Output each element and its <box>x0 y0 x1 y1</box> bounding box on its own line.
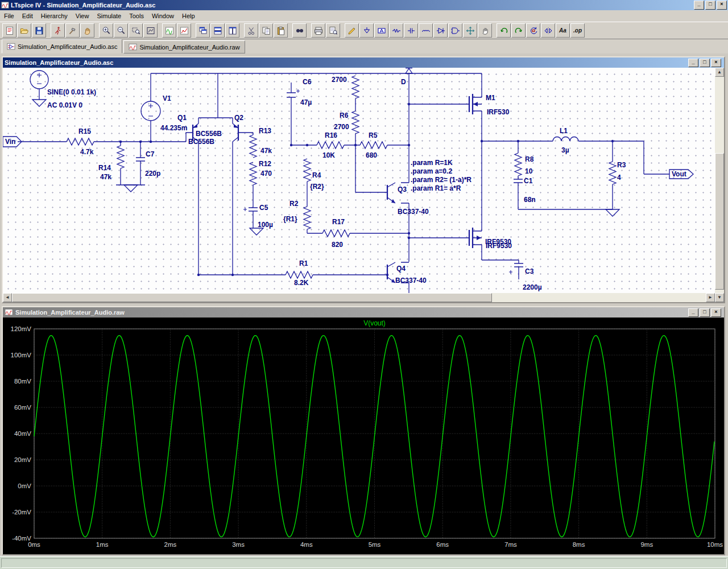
main-title-bar[interactable]: LTspice IV - Simulation_Amplificateur_Au… <box>0 0 728 10</box>
schematic-label: R3 <box>617 161 626 169</box>
zoom-full-button[interactable] <box>143 23 158 38</box>
status-bar <box>0 556 728 569</box>
schematic-label: C1 <box>524 177 533 185</box>
schematic-vertical-scrollbar[interactable]: ▲ ▼ <box>715 68 724 302</box>
schematic-label: .param R1= a*R <box>411 184 461 192</box>
redo-button[interactable] <box>511 23 526 38</box>
autorange-button[interactable] <box>162 23 176 38</box>
tile-horizontal-button[interactable] <box>210 23 225 38</box>
schematic-label: 470 <box>260 170 272 178</box>
schematic-label: R15 <box>78 127 91 135</box>
schematic-label: R8 <box>525 155 534 163</box>
schematic-restore-button[interactable]: □ <box>700 59 710 67</box>
tab-schematic[interactable]: Simulation_Amplificateur_Audio.asc <box>2 39 122 53</box>
new-schematic-button[interactable] <box>2 23 16 38</box>
text-button[interactable]: Aa <box>556 23 570 38</box>
schematic-label: 47µ <box>300 98 312 106</box>
halt-button[interactable] <box>80 23 94 38</box>
tile-vertical-button[interactable] <box>225 23 239 38</box>
schematic-label: 680 <box>366 151 377 159</box>
waveform-window-title: Simulation_Amplificateur_Audio.raw <box>15 309 125 316</box>
menu-file[interactable]: File <box>0 11 18 21</box>
menu-edit[interactable]: Edit <box>18 11 37 21</box>
inductor-button[interactable] <box>419 23 433 38</box>
schematic-horizontal-scrollbar[interactable]: ◄ ► <box>3 293 715 302</box>
wire-button[interactable] <box>345 23 359 38</box>
zoom-out-button[interactable] <box>114 23 128 38</box>
cascade-windows-button[interactable] <box>196 23 210 38</box>
component-icon <box>451 26 460 35</box>
waveform-close-button[interactable]: × <box>711 308 721 317</box>
copy-button[interactable] <box>259 23 273 38</box>
waveform-restore-button[interactable]: □ <box>700 308 710 317</box>
move-button[interactable] <box>463 23 477 38</box>
label-net-button[interactable] <box>374 23 388 38</box>
undo-button[interactable] <box>497 23 511 38</box>
mirror-button[interactable] <box>541 23 555 38</box>
y-tick-label: 20mV <box>14 456 31 463</box>
y-tick-label: 100mV <box>11 352 32 358</box>
schematic-label: R5 <box>369 131 378 139</box>
schematic-label: 820 <box>332 241 343 249</box>
trace-title[interactable]: V(vout) <box>363 319 386 327</box>
find-icon <box>295 26 304 35</box>
paste-button[interactable] <box>274 23 288 38</box>
schematic-label: 68n <box>524 196 536 204</box>
maximize-button[interactable]: □ <box>705 1 715 10</box>
schematic-close-button[interactable]: × <box>711 59 721 67</box>
tab-waveform[interactable]: Simulation_Amplificateur_Audio.raw <box>123 40 245 53</box>
menu-view[interactable]: View <box>72 11 93 21</box>
x-tick-label: 10ms <box>707 541 723 548</box>
schematic-window: Simulation_Amplificateur_Audio.asc _ □ × <box>2 56 725 303</box>
waveform-plot-area[interactable]: 120mV100mV80mV60mV40mV20mV0mV-20mV-40mV0… <box>3 318 724 554</box>
waveform-title-bar[interactable]: Simulation_Amplificateur_Audio.raw _ □ × <box>3 307 724 318</box>
open-button[interactable] <box>17 23 31 38</box>
scroll-up-button[interactable]: ▲ <box>715 68 724 77</box>
zoom-area-button[interactable] <box>129 23 143 38</box>
waveform-window: Simulation_Amplificateur_Audio.raw _ □ ×… <box>2 306 725 555</box>
zoom-in-button[interactable] <box>99 23 113 38</box>
menu-simulate[interactable]: Simulate <box>93 11 125 21</box>
schematic-minimize-button[interactable]: _ <box>688 59 698 67</box>
minimize-button[interactable]: _ <box>694 1 704 10</box>
waveform-file-icon <box>5 308 13 316</box>
tile-horizontal-icon <box>213 26 222 35</box>
window-title: LTspice IV - Simulation_Amplificateur_Au… <box>11 2 155 9</box>
mark-data-button[interactable] <box>177 23 191 38</box>
control-panel-button[interactable] <box>65 23 80 38</box>
diode-icon <box>436 26 445 35</box>
run-button[interactable] <box>51 23 65 38</box>
y-tick-label: 0mV <box>18 483 31 489</box>
schematic-label: R6 <box>340 112 349 119</box>
drag-button[interactable] <box>478 23 492 38</box>
schematic-canvas[interactable]: Vin Vout SINE(0 0.01 1k)AC 0.01V 0V1Q144… <box>3 68 715 293</box>
component-button[interactable] <box>448 23 462 38</box>
schematic-title-bar[interactable]: Simulation_Amplificateur_Audio.asc _ □ × <box>3 57 724 68</box>
resistor-button[interactable] <box>389 23 403 38</box>
diode-button[interactable] <box>433 23 448 38</box>
horizontal-scroll-thumb[interactable] <box>12 293 492 302</box>
cut-button[interactable] <box>244 23 258 38</box>
menu-tools[interactable]: Tools <box>125 11 148 21</box>
menu-hierarchy[interactable]: Hierarchy <box>37 11 72 21</box>
scroll-right-button[interactable]: ► <box>706 293 715 302</box>
capacitor-button[interactable] <box>404 23 418 38</box>
find-button[interactable] <box>292 23 307 38</box>
scroll-left-button[interactable]: ◄ <box>3 293 12 302</box>
scroll-down-button[interactable]: ▼ <box>715 293 724 302</box>
rotate-button[interactable] <box>526 23 540 38</box>
waveform-minimize-button[interactable]: _ <box>688 308 698 317</box>
run-icon <box>53 26 63 35</box>
vertical-scroll-thumb[interactable] <box>715 153 724 290</box>
close-button[interactable]: × <box>717 1 727 10</box>
ground-button[interactable] <box>359 23 374 38</box>
spice-directive-button[interactable]: .op <box>570 23 585 38</box>
menu-window[interactable]: Window <box>148 11 178 21</box>
halt-icon <box>83 26 92 35</box>
print-preview-button[interactable] <box>326 23 340 38</box>
print-button[interactable] <box>311 23 325 38</box>
menu-help[interactable]: Help <box>178 11 199 21</box>
y-tick-label: 80mV <box>14 378 31 385</box>
x-tick-label: 8ms <box>573 541 585 548</box>
save-button[interactable] <box>32 23 46 38</box>
